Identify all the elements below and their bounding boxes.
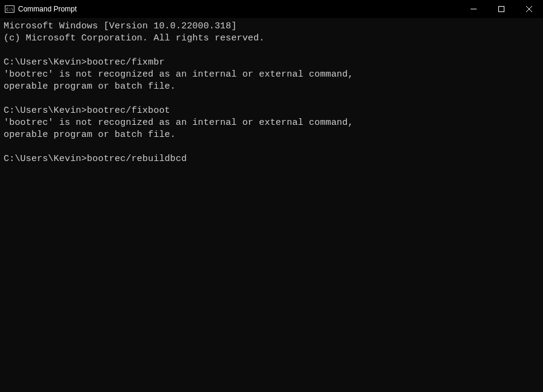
minimize-button[interactable] bbox=[460, 0, 487, 18]
svg-rect-3 bbox=[499, 7, 504, 12]
close-button[interactable] bbox=[515, 0, 543, 18]
terminal-line: C:\Users\Kevin>bootrec/rebuildbcd bbox=[4, 153, 539, 165]
terminal-line bbox=[4, 45, 539, 57]
window-title: Command Prompt bbox=[18, 5, 77, 13]
terminal-line: 'bootrec' is not recognized as an intern… bbox=[4, 117, 539, 129]
terminal-line: C:\Users\Kevin>bootrec/fixboot bbox=[4, 105, 539, 117]
terminal-line: 'bootrec' is not recognized as an intern… bbox=[4, 69, 539, 81]
terminal-line: Microsoft Windows [Version 10.0.22000.31… bbox=[4, 21, 539, 33]
terminal-line bbox=[4, 141, 539, 153]
terminal-line: operable program or batch file. bbox=[4, 81, 539, 93]
svg-text:C:\: C:\ bbox=[6, 7, 14, 12]
command-prompt-window: C:\ Command Prompt Microsoft Windows [Ve… bbox=[0, 0, 543, 392]
window-controls bbox=[460, 0, 543, 18]
terminal-output[interactable]: Microsoft Windows [Version 10.0.22000.31… bbox=[0, 18, 543, 392]
terminal-line bbox=[4, 93, 539, 105]
terminal-line: (c) Microsoft Corporation. All rights re… bbox=[4, 33, 539, 45]
command-prompt-icon: C:\ bbox=[5, 4, 14, 14]
maximize-button[interactable] bbox=[487, 0, 515, 18]
titlebar[interactable]: C:\ Command Prompt bbox=[0, 0, 543, 18]
terminal-line: operable program or batch file. bbox=[4, 129, 539, 141]
terminal-line: C:\Users\Kevin>bootrec/fixmbr bbox=[4, 57, 539, 69]
terminal-line bbox=[4, 165, 539, 177]
